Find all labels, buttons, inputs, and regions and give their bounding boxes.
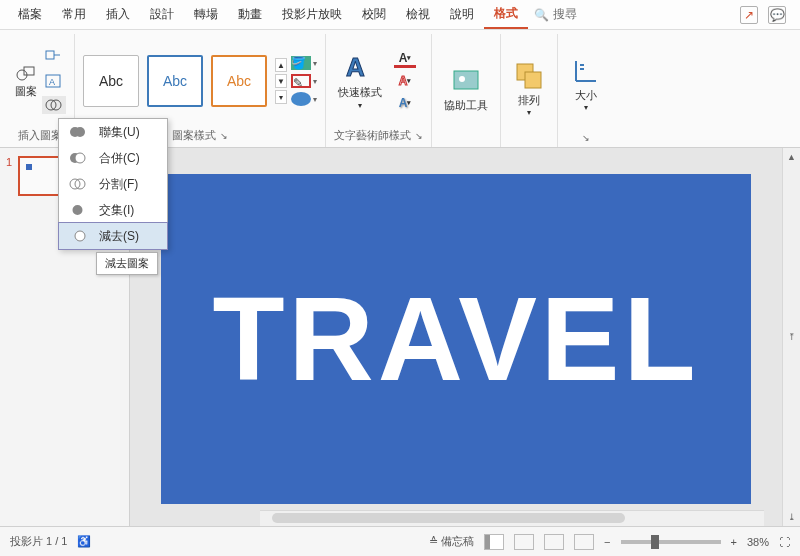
share-icon[interactable]: ↗ (740, 6, 758, 24)
merge-union[interactable]: 聯集(U) (59, 119, 167, 145)
svg-rect-8 (454, 71, 478, 89)
shape-effects[interactable]: ▾ (291, 92, 317, 106)
reading-view-icon[interactable] (544, 534, 564, 550)
slide[interactable]: TRAVEL (161, 174, 751, 504)
sorter-view-icon[interactable] (514, 534, 534, 550)
slideshow-view-icon[interactable] (574, 534, 594, 550)
arrange-label: 排列 (518, 94, 540, 106)
shapes-label: 圖案 (15, 84, 37, 99)
arrange-button[interactable]: 排列 ▾ (509, 58, 549, 119)
shape-gallery-icon[interactable] (14, 64, 38, 82)
group-arrange: 排列 ▾ (501, 34, 558, 147)
svg-point-13 (75, 127, 85, 137)
slide-counter[interactable]: 投影片 1 / 1 (10, 534, 67, 549)
tab-slideshow[interactable]: 投影片放映 (272, 1, 352, 28)
tab-home[interactable]: 常用 (52, 1, 96, 28)
slide-text: TRAVEL (212, 271, 699, 407)
tab-insert[interactable]: 插入 (96, 1, 140, 28)
quick-styles-icon: A (344, 52, 376, 84)
normal-view-icon[interactable] (484, 534, 504, 550)
horizontal-scrollbar[interactable] (260, 510, 764, 526)
style-swatch-1[interactable]: Abc (83, 55, 139, 107)
outline-icon: ✎ (291, 74, 311, 88)
fill-icon: 🪣 (291, 56, 311, 70)
tab-format[interactable]: 格式 (484, 0, 528, 29)
edit-shape-icon[interactable] (42, 48, 66, 66)
text-box-icon[interactable]: A (42, 72, 66, 90)
merge-intersect[interactable]: 交集(I) (59, 197, 167, 223)
svg-point-15 (75, 153, 85, 163)
combine-icon (67, 149, 89, 167)
shape-fill[interactable]: 🪣▾ (291, 56, 317, 70)
zoom-in-icon[interactable]: + (731, 536, 737, 548)
merge-shapes-dropdown: 聯集(U) 合併(C) 分割(F) 交集(I) 減去(S) (58, 118, 168, 250)
subtract-icon (67, 227, 89, 245)
scroll-slide-up-icon[interactable]: ⤒ (788, 332, 796, 342)
accessibility-status-icon[interactable]: ♿ (77, 535, 91, 548)
effects-icon (291, 92, 311, 106)
tab-file[interactable]: 檔案 (8, 1, 52, 28)
quick-styles-label: 快速樣式 (338, 86, 382, 98)
shape-outline[interactable]: ✎▾ (291, 74, 317, 88)
search[interactable]: 🔍 搜尋 (534, 6, 577, 23)
text-fill-icon[interactable]: A▾ (394, 50, 416, 68)
slide-canvas[interactable]: TRAVEL (130, 148, 782, 526)
group-wordart-label: 文字藝術師樣式 (334, 128, 411, 143)
svg-text:A: A (346, 52, 365, 82)
size-launcher-icon[interactable]: ↘ (582, 133, 590, 143)
alt-text-icon (450, 65, 482, 97)
status-bar: 投影片 1 / 1 ♿ ≙ 備忘稿 − + 38% ⛶ (0, 526, 800, 556)
arrange-icon (513, 60, 545, 92)
style-swatch-2[interactable]: Abc (147, 55, 203, 107)
thumbnail-number: 1 (6, 156, 12, 168)
size-label: 大小 (575, 89, 597, 101)
svg-rect-2 (46, 51, 54, 59)
union-icon (67, 123, 89, 141)
gallery-more-icon[interactable]: ▾ (275, 90, 287, 104)
scroll-up-icon[interactable]: ▲ (787, 152, 796, 162)
svg-point-18 (75, 231, 85, 241)
menu-bar: 檔案 常用 插入 設計 轉場 動畫 投影片放映 校閱 檢視 說明 格式 🔍 搜尋… (0, 0, 800, 30)
tab-view[interactable]: 檢視 (396, 1, 440, 28)
shape-styles-launcher-icon[interactable]: ↘ (220, 131, 228, 141)
group-accessibility: 協助工具 (432, 34, 501, 147)
vertical-scrollbar[interactable]: ▲ ⤒ ⤓ (782, 148, 800, 526)
search-label: 搜尋 (553, 6, 577, 23)
tab-transitions[interactable]: 轉場 (184, 1, 228, 28)
svg-point-9 (459, 76, 465, 82)
zoom-slider[interactable] (621, 540, 721, 544)
text-effects-icon[interactable]: A▾ (394, 94, 416, 112)
notes-button[interactable]: ≙ 備忘稿 (429, 534, 474, 549)
tab-review[interactable]: 校閱 (352, 1, 396, 28)
shape-style-gallery[interactable]: Abc Abc Abc ▲ ▼ ▾ (83, 55, 287, 107)
quick-styles-button[interactable]: A 快速樣式 ▾ (334, 50, 386, 111)
merge-fragment[interactable]: 分割(F) (59, 171, 167, 197)
merge-combine-label: 合併(C) (99, 150, 140, 167)
merge-combine[interactable]: 合併(C) (59, 145, 167, 171)
merge-fragment-label: 分割(F) (99, 176, 138, 193)
tab-design[interactable]: 設計 (140, 1, 184, 28)
tab-animations[interactable]: 動畫 (228, 1, 272, 28)
zoom-level[interactable]: 38% (747, 536, 769, 548)
alt-text-button[interactable]: 協助工具 (440, 63, 492, 113)
style-swatch-3[interactable]: Abc (211, 55, 267, 107)
fit-to-window-icon[interactable]: ⛶ (779, 536, 790, 548)
merge-subtract-label: 減去(S) (99, 228, 139, 245)
gallery-down-icon[interactable]: ▼ (275, 74, 287, 88)
svg-rect-11 (525, 72, 541, 88)
group-shape-styles-label: 圖案樣式 (172, 128, 216, 143)
gallery-up-icon[interactable]: ▲ (275, 58, 287, 72)
wordart-launcher-icon[interactable]: ↘ (415, 131, 423, 141)
size-icon (570, 55, 602, 87)
size-button[interactable]: 大小 ▾ (566, 53, 606, 114)
merge-shapes-icon[interactable] (42, 96, 66, 114)
merge-subtract[interactable]: 減去(S) (59, 223, 167, 249)
comments-icon[interactable]: 💬 (768, 6, 786, 24)
fragment-icon (67, 175, 89, 193)
notes-label: 備忘稿 (441, 535, 474, 547)
text-outline-icon[interactable]: A▾ (394, 72, 416, 90)
scroll-slide-down-icon[interactable]: ⤓ (788, 512, 796, 522)
zoom-out-icon[interactable]: − (604, 536, 610, 548)
group-size: 大小 ▾ ↘ (558, 34, 614, 147)
tab-help[interactable]: 說明 (440, 1, 484, 28)
